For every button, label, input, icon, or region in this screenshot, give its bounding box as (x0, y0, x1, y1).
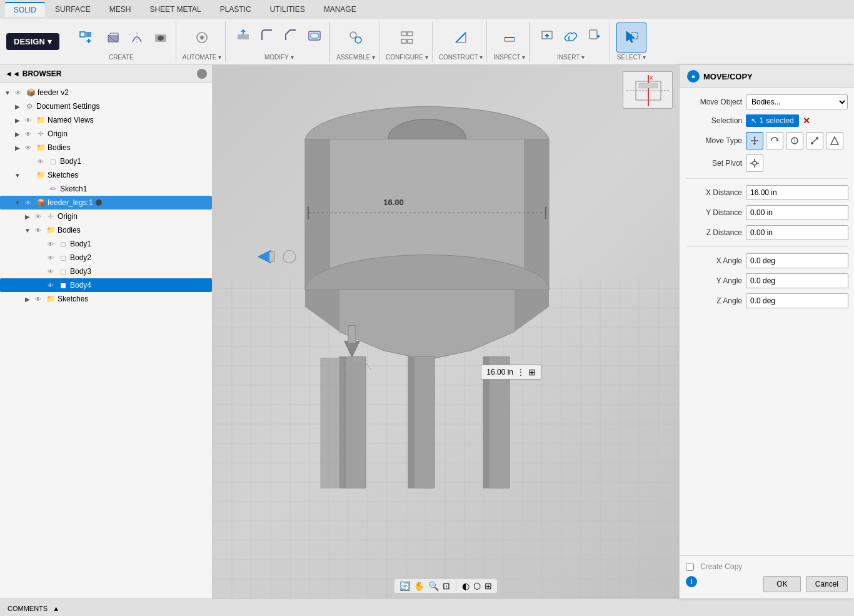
extrude-button[interactable] (102, 25, 124, 50)
statusbar-expand-icon[interactable]: ▲ (53, 605, 59, 612)
tree-sketches-1[interactable]: ▼ 👁 📁 Sketches (0, 168, 212, 182)
body1-top-eye[interactable]: 👁 (36, 156, 46, 166)
shading-icon[interactable]: ◐ (462, 581, 470, 591)
new-component-button[interactable] (71, 23, 101, 53)
browser-collapse-icon[interactable]: ◄◄ (5, 69, 20, 78)
revolve-button[interactable] (126, 25, 148, 50)
selection-button[interactable]: ↖ 1 selected (746, 114, 799, 127)
y-distance-input[interactable] (746, 205, 848, 220)
tab-solid[interactable]: SOLID (5, 2, 45, 17)
fit-view-icon[interactable]: ⊡ (443, 581, 450, 591)
feeder-legs-eye[interactable]: 👁 (23, 198, 33, 208)
sketches-1-toggle[interactable]: ▼ (13, 170, 23, 180)
pan-icon[interactable]: ✋ (414, 581, 424, 591)
tab-sheetmetal[interactable]: SHEET METAL (141, 3, 209, 16)
set-pivot-button[interactable] (746, 154, 763, 172)
body2-eye[interactable]: 👁 (46, 253, 56, 263)
move-type-translate[interactable] (746, 132, 763, 149)
sketches-1-eye[interactable]: 👁 (23, 170, 33, 180)
bodies-2-toggle[interactable]: ▼ (23, 225, 33, 235)
tree-sketch1[interactable]: 👁 ✏ Sketch1 (0, 182, 212, 196)
construct-button[interactable] (446, 23, 476, 53)
body1-eye[interactable]: 👁 (46, 239, 56, 249)
sketches-2-toggle[interactable]: ▶ (23, 294, 33, 304)
zoom-icon[interactable]: 🔍 (428, 581, 439, 591)
x-distance-input[interactable] (746, 185, 848, 200)
named-views-eye[interactable]: 👁 (23, 115, 33, 125)
distance-popup[interactable]: 16.00 in ⋮ ⊞ (481, 365, 541, 380)
bodies-2-eye[interactable]: 👁 (33, 225, 43, 235)
assemble-button[interactable] (341, 23, 371, 53)
origin-2-toggle[interactable]: ▶ (23, 211, 33, 221)
tree-feeder-v2[interactable]: ▼ 👁 📦 feeder v2 (0, 86, 212, 99)
wireframe-icon[interactable]: ⬡ (473, 581, 481, 591)
ok-button[interactable]: OK (763, 576, 800, 592)
origin-1-eye[interactable]: 👁 (23, 129, 33, 139)
chamfer-button[interactable] (279, 23, 302, 48)
sketch1-eye[interactable]: 👁 (36, 184, 46, 194)
move-type-scale[interactable] (786, 132, 803, 149)
select-button[interactable] (616, 23, 646, 53)
tree-origin-2[interactable]: ▶ 👁 ✛ Origin (0, 210, 212, 223)
body4-eye[interactable]: 👁 (46, 280, 56, 290)
grid-icon[interactable]: ⊞ (485, 581, 492, 591)
tab-mesh[interactable]: MESH (101, 3, 140, 16)
distance-popup-menu[interactable]: ⋮ (517, 368, 525, 376)
tree-origin-1[interactable]: ▶ 👁 ✛ Origin (0, 127, 212, 141)
tab-plastic[interactable]: PLASTIC (211, 3, 260, 16)
tree-body3[interactable]: 👁 ◻ Body3 (0, 265, 212, 278)
feeder-v2-toggle[interactable]: ▼ (3, 88, 13, 98)
move-type-rotate[interactable] (766, 132, 783, 149)
configure-button[interactable] (392, 23, 422, 53)
bodies-1-toggle[interactable]: ▶ (13, 143, 23, 153)
tab-utilities[interactable]: UTILITIES (261, 3, 314, 16)
origin-2-eye[interactable]: 👁 (33, 211, 43, 221)
sketches-2-eye[interactable]: 👁 (33, 294, 43, 304)
cancel-button[interactable]: Cancel (806, 576, 848, 592)
body3-eye[interactable]: 👁 (46, 266, 56, 276)
tree-body2[interactable]: 👁 ◻ Body2 (0, 251, 212, 265)
tree-named-views[interactable]: ▶ 👁 📁 Named Views (0, 113, 212, 127)
move-type-point[interactable] (806, 132, 823, 149)
selection-clear-icon[interactable]: ✕ (803, 116, 810, 126)
tree-bodies-1[interactable]: ▶ 👁 📁 Bodies (0, 141, 212, 154)
design-button[interactable]: DESIGN ▾ (6, 33, 59, 50)
insert-canvas-button[interactable] (536, 23, 558, 48)
viewport[interactable]: 16.00 16.00 in ⋮ ⊞ X (213, 65, 679, 598)
automate-button[interactable] (187, 23, 217, 53)
inspect-button[interactable] (495, 23, 525, 53)
bodies-1-eye[interactable]: 👁 (23, 143, 33, 153)
named-views-toggle[interactable]: ▶ (13, 115, 23, 125)
z-distance-input[interactable] (746, 225, 848, 240)
origin-1-toggle[interactable]: ▶ (13, 129, 23, 139)
x-angle-input[interactable] (746, 253, 848, 268)
y-angle-input[interactable] (746, 273, 848, 288)
tree-body1-top[interactable]: 👁 ◻ Body1 (0, 154, 212, 168)
insert-add-button[interactable] (583, 23, 606, 48)
tree-sketches-2[interactable]: ▶ 👁 📁 Sketches (0, 292, 212, 306)
viewport-canvas[interactable]: 16.00 16.00 in ⋮ ⊞ X (213, 65, 679, 598)
tab-surface[interactable]: SURFACE (46, 3, 99, 16)
feeder-v2-eye[interactable]: 👁 (13, 88, 23, 98)
orbit-icon[interactable]: 🔄 (399, 581, 410, 591)
tree-body4[interactable]: 👁 ◼ Body4 (0, 278, 212, 292)
comments-label[interactable]: COMMENTS (8, 605, 48, 612)
distance-popup-expand[interactable]: ⊞ (528, 367, 536, 377)
z-angle-input[interactable] (746, 293, 848, 308)
move-object-select[interactable]: Bodies... (746, 94, 848, 109)
tree-bodies-2[interactable]: ▼ 👁 📁 Bodies (0, 223, 212, 237)
browser-pin-icon[interactable] (197, 69, 207, 79)
tree-body1[interactable]: 👁 ◻ Body1 (0, 237, 212, 251)
tree-doc-settings[interactable]: ▶ ⚙ Document Settings (0, 99, 212, 113)
shell-button[interactable] (303, 23, 326, 48)
doc-settings-toggle[interactable]: ▶ (13, 101, 23, 111)
move-type-free[interactable] (826, 132, 843, 149)
feeder-legs-toggle[interactable]: ▼ (13, 198, 23, 208)
fillet-button[interactable] (256, 23, 278, 48)
tab-manage[interactable]: MANAGE (315, 3, 365, 16)
press-pull-button[interactable] (232, 23, 254, 48)
insert-link-button[interactable] (560, 23, 582, 48)
create-copy-checkbox[interactable] (686, 563, 694, 571)
tree-feeder-legs[interactable]: ▼ 👁 📦 feeder_legs:1 (0, 196, 212, 210)
hole-button[interactable] (149, 25, 172, 50)
